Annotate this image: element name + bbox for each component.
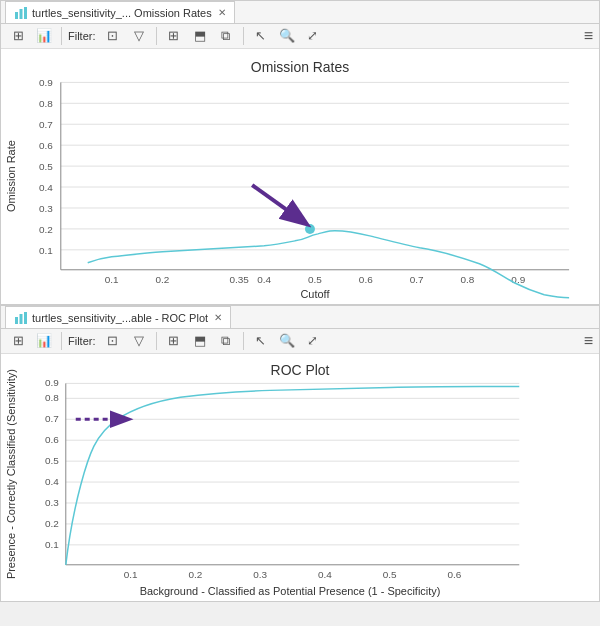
roc-y-tick-5: 0.5 — [45, 455, 59, 466]
b-filter-btn-2[interactable]: ▽ — [128, 330, 150, 352]
b-zoom-btn[interactable]: 🔍 — [276, 330, 298, 352]
omission-highlight-dot — [305, 224, 315, 234]
roc-y-tick-6: 0.6 — [45, 434, 59, 445]
roc-x-tick-2: 0.2 — [188, 569, 202, 580]
b-toolbar-sep-2 — [156, 332, 157, 350]
roc-x-tick-5: 0.5 — [383, 569, 397, 580]
toolbar-right-top: ≡ — [584, 27, 593, 45]
b-chart-view-btn[interactable]: 📊 — [33, 330, 55, 352]
extent-btn[interactable]: ⤢ — [302, 25, 324, 47]
x-tick-7: 0.7 — [410, 274, 424, 285]
roc-x-tick-6: 0.6 — [448, 569, 462, 580]
bottom-menu-btn[interactable]: ≡ — [584, 332, 593, 350]
omission-rates-title: Omission Rates — [251, 59, 349, 75]
x-axis-label-top: Cutoff — [300, 288, 330, 300]
svg-rect-4 — [15, 317, 18, 324]
y-axis-label-top: Omission Rate — [5, 140, 17, 212]
y-tick-8: 0.8 — [39, 98, 53, 109]
roc-y-tick-4: 0.4 — [45, 476, 59, 487]
roc-tab-close[interactable]: ✕ — [214, 312, 222, 323]
y-tick-6: 0.6 — [39, 140, 53, 151]
roc-x-tick-4: 0.4 — [318, 569, 332, 580]
roc-svg: ROC Plot 0.1 0.2 0.3 0.4 0.5 0.6 0.7 — [1, 354, 599, 601]
filter-label: Filter: — [68, 30, 96, 42]
roc-y-tick-1: 0.1 — [45, 539, 59, 550]
b-toolbar-sep-3 — [243, 332, 244, 350]
b-grid-btn[interactable]: ⊞ — [163, 330, 185, 352]
bottom-panel: turtles_sensitivity_...able - ROC Plot ✕… — [0, 305, 600, 602]
y-tick-1: 0.1 — [39, 245, 53, 256]
b-export-btn[interactable]: ⬒ — [189, 330, 211, 352]
roc-y-tick-2: 0.2 — [45, 518, 59, 529]
b-filter-label: Filter: — [68, 335, 96, 347]
top-menu-btn[interactable]: ≡ — [584, 27, 593, 45]
b-extent-btn[interactable]: ⤢ — [302, 330, 324, 352]
toolbar-sep-2 — [156, 27, 157, 45]
roc-tab-icon — [14, 311, 28, 325]
b-toolbar-sep-1 — [61, 332, 62, 350]
zoom-btn[interactable]: 🔍 — [276, 25, 298, 47]
toolbar-sep-1 — [61, 27, 62, 45]
export-btn[interactable]: ⬒ — [189, 25, 211, 47]
y-tick-7: 0.7 — [39, 119, 53, 130]
x-tick-4: 0.4 — [257, 274, 271, 285]
roc-y-tick-7: 0.7 — [45, 413, 59, 424]
svg-rect-5 — [20, 314, 23, 324]
b-copy-btn[interactable]: ⧉ — [215, 330, 237, 352]
roc-y-tick-9: 0.9 — [45, 377, 59, 388]
roc-title: ROC Plot — [271, 362, 330, 378]
top-toolbar: ⊞ 📊 Filter: ⊡ ▽ ⊞ ⬒ ⧉ ↖ 🔍 ⤢ ≡ — [1, 24, 599, 49]
roc-x-tick-3: 0.3 — [253, 569, 267, 580]
chart-view-btn[interactable]: 📊 — [33, 25, 55, 47]
b-table-view-btn[interactable]: ⊞ — [7, 330, 29, 352]
roc-curve — [66, 386, 519, 564]
omission-rates-tab-close[interactable]: ✕ — [218, 7, 226, 18]
y-tick-3: 0.3 — [39, 203, 53, 214]
chart-tab-icon — [14, 6, 28, 20]
table-view-btn[interactable]: ⊞ — [7, 25, 29, 47]
omission-arrow — [252, 185, 305, 223]
bottom-toolbar: ⊞ 📊 Filter: ⊡ ▽ ⊞ ⬒ ⧉ ↖ 🔍 ⤢ ≡ — [1, 329, 599, 354]
x-tick-3: 0.35 — [230, 274, 250, 285]
toolbar-sep-3 — [243, 27, 244, 45]
omission-rates-chart: Omission Rates 0.1 0.2 0.3 0.4 0.5 0.6 — [1, 49, 599, 304]
svg-rect-0 — [15, 12, 18, 19]
filter-btn-2[interactable]: ▽ — [128, 25, 150, 47]
top-tab-bar: turtles_sensitivity_... Omission Rates ✕ — [1, 1, 599, 24]
svg-rect-1 — [20, 9, 23, 19]
omission-rates-svg: Omission Rates 0.1 0.2 0.3 0.4 0.5 0.6 — [1, 49, 599, 304]
x-tick-5: 0.5 — [308, 274, 322, 285]
roc-plot-tab[interactable]: turtles_sensitivity_...able - ROC Plot ✕ — [5, 306, 231, 328]
roc-highlight-dot — [113, 414, 123, 424]
bottom-tab-bar: turtles_sensitivity_...able - ROC Plot ✕ — [1, 306, 599, 329]
svg-rect-2 — [24, 7, 27, 19]
x-tick-8: 0.8 — [461, 274, 475, 285]
y-tick-2: 0.2 — [39, 224, 53, 235]
b-pointer-btn[interactable]: ↖ — [250, 330, 272, 352]
y-tick-9: 0.9 — [39, 77, 53, 88]
pointer-btn[interactable]: ↖ — [250, 25, 272, 47]
x-tick-6: 0.6 — [359, 274, 373, 285]
toolbar-right-bottom: ≡ — [584, 332, 593, 350]
roc-x-axis-label: Background - Classified as Potential Pre… — [140, 585, 441, 597]
filter-btn-1[interactable]: ⊡ — [102, 25, 124, 47]
omission-rates-tab-label: turtles_sensitivity_... Omission Rates — [32, 7, 212, 19]
roc-y-axis-label: Presence - Correctly Classified (Sensiti… — [5, 369, 17, 579]
x-tick-1: 0.1 — [105, 274, 119, 285]
roc-tab-label: turtles_sensitivity_...able - ROC Plot — [32, 312, 208, 324]
roc-y-tick-8: 0.8 — [45, 392, 59, 403]
grid-btn[interactable]: ⊞ — [163, 25, 185, 47]
x-tick-2: 0.2 — [156, 274, 170, 285]
svg-rect-6 — [24, 312, 27, 324]
roc-y-tick-3: 0.3 — [45, 497, 59, 508]
top-panel: turtles_sensitivity_... Omission Rates ✕… — [0, 0, 600, 305]
roc-x-tick-1: 0.1 — [124, 569, 138, 580]
y-tick-4: 0.4 — [39, 182, 53, 193]
omission-rates-tab[interactable]: turtles_sensitivity_... Omission Rates ✕ — [5, 1, 235, 23]
b-filter-btn-1[interactable]: ⊡ — [102, 330, 124, 352]
copy-btn[interactable]: ⧉ — [215, 25, 237, 47]
y-tick-5: 0.5 — [39, 161, 53, 172]
roc-chart: ROC Plot 0.1 0.2 0.3 0.4 0.5 0.6 0.7 — [1, 354, 599, 601]
